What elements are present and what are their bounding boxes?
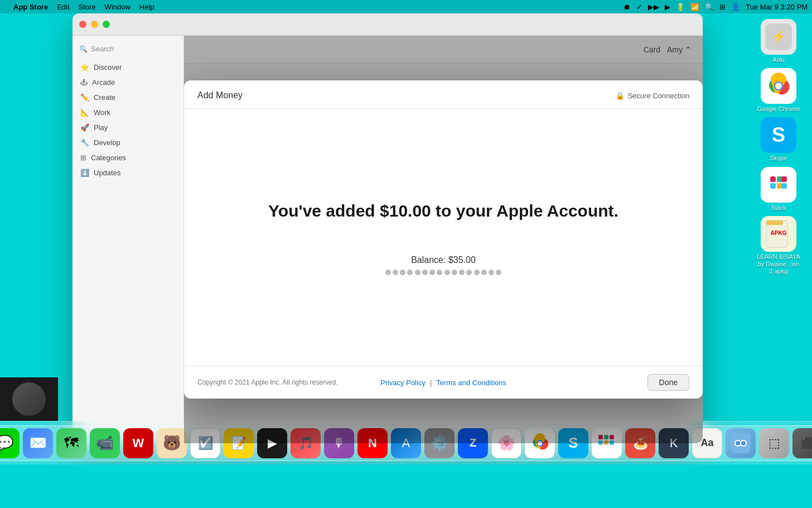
desktop-app-chrome[interactable]: Google Chrome — [757, 68, 800, 113]
svg-rect-5 — [770, 176, 776, 182]
sidebar-item-discover[interactable]: ⭐ Discover — [72, 60, 183, 75]
slack-icon — [761, 167, 796, 203]
dock-item-finder[interactable] — [726, 428, 756, 458]
dock-item-launchpad[interactable]: ⬚ — [759, 428, 789, 458]
window-maximize-button[interactable] — [103, 21, 110, 28]
modal-overlay: Add Money 🔒 Secure Connection You've add… — [184, 36, 703, 443]
create-icon: ✏️ — [80, 93, 89, 102]
balance-dots — [385, 270, 501, 275]
sidebar-create-label: Create — [94, 93, 115, 102]
svg-rect-6 — [770, 183, 776, 189]
sidebar-play-label: Play — [94, 123, 108, 132]
svg-point-27 — [736, 441, 740, 445]
dot — [459, 270, 465, 275]
sidebar-search[interactable]: 🔍 Search — [72, 41, 183, 56]
menubar-appstore[interactable]: App Store — [13, 3, 48, 11]
dock-item-facetime[interactable]: 📹 — [90, 428, 120, 458]
sidebar-arcade-label: Arcade — [92, 78, 115, 87]
dock-item-messages[interactable]: 💬 — [0, 428, 20, 458]
dot — [474, 270, 480, 275]
sidebar-item-work[interactable]: 📐 Work — [72, 105, 183, 120]
desktop: ⚡ Anki Google Chrome S — [0, 13, 812, 464]
dock-item-wps[interactable]: W — [123, 428, 153, 458]
develop-icon: 🔧 — [80, 138, 89, 147]
window-titlebar — [72, 13, 703, 36]
user-menubar-icon[interactable]: 👤 — [731, 3, 740, 11]
svg-rect-10 — [781, 183, 787, 189]
modal-footer: Copyright © 2021 Apple Inc. All rights r… — [184, 366, 703, 399]
menubar-store[interactable]: Store — [79, 3, 96, 11]
discover-icon: ⭐ — [80, 63, 89, 71]
svg-point-4 — [775, 83, 782, 89]
dot — [481, 270, 487, 275]
menubar-edit[interactable]: Edit — [57, 3, 69, 11]
apkg-icon: APKG — [761, 216, 796, 252]
skype-icon: S — [761, 117, 796, 153]
dot-group-4 — [474, 270, 501, 275]
dock-item-mail[interactable]: ✉️ — [23, 428, 53, 458]
main-area: Card Amy ⌃ — [184, 36, 703, 443]
dock-item-maps[interactable]: 🗺 — [56, 428, 86, 458]
sidebar-item-arcade[interactable]: 🕹 Arcade — [72, 75, 183, 90]
apkg-label: LEARN BISAYA by Dwaine...ion 1.apkg — [753, 253, 804, 276]
sidebar-item-play[interactable]: 🚀 Play — [72, 120, 183, 135]
search-label: Search — [91, 45, 114, 53]
sidebar-item-develop[interactable]: 🔧 Develop — [72, 135, 183, 150]
dot — [437, 270, 442, 275]
desktop-app-slack[interactable]: Slack — [761, 167, 796, 212]
slack-label: Slack — [771, 204, 786, 212]
balance-section: Balance: $35.00 — [385, 255, 501, 275]
footer-copyright: Copyright © 2021 Apple Inc. All rights r… — [197, 378, 338, 386]
sidebar-discover-label: Discover — [94, 63, 122, 71]
dot-group-2 — [415, 270, 442, 275]
dock-item-bear[interactable]: 🐻 — [157, 428, 187, 458]
desktop-file-apkg[interactable]: APKG LEARN BISAYA by Dwaine...ion 1.apkg — [753, 216, 804, 276]
modal-body: You've added $10.00 to your Apple Accoun… — [184, 109, 703, 366]
terms-conditions-link[interactable]: Terms and Conditions — [436, 378, 506, 387]
sidebar-item-create[interactable]: ✏️ Create — [72, 90, 183, 105]
app-store-window: 🔍 Search ⭐ Discover 🕹 Arcade ✏️ Create 📐 — [72, 13, 703, 443]
sidebar-categories-label: Categories — [91, 154, 126, 162]
done-button[interactable]: Done — [647, 374, 689, 391]
categories-icon: ⊞ — [80, 154, 86, 162]
dot — [452, 270, 457, 275]
footer-links: Privacy Policy | Terms and Conditions — [380, 378, 506, 387]
window-content: 🔍 Search ⭐ Discover 🕹 Arcade ✏️ Create 📐 — [72, 36, 703, 443]
dock-item-mission-control[interactable]: ⬛ — [792, 428, 812, 458]
dot — [393, 270, 398, 275]
window-close-button[interactable] — [79, 21, 86, 28]
privacy-policy-link[interactable]: Privacy Policy — [380, 378, 426, 387]
menubar-right: ⏺ ✓ ▶▶ ▶ 🔋 📶 🔍 ⊞ 👤 Tue Mar 9 3:20 PM — [624, 3, 808, 11]
secure-label: Secure Connection — [627, 92, 689, 100]
desktop-app-skype[interactable]: S Skype — [761, 117, 796, 162]
sidebar-work-label: Work — [94, 108, 110, 117]
controlcenter-menubar-icon[interactable]: ⊞ — [719, 3, 726, 11]
modal-title: Add Money — [197, 90, 243, 100]
menubar-time: Tue Mar 9 3:20 PM — [746, 3, 808, 11]
add-money-modal: Add Money 🔒 Secure Connection You've add… — [184, 80, 703, 399]
dot — [385, 270, 391, 275]
dot-group-3 — [444, 270, 472, 275]
menubar-window[interactable]: Window — [105, 3, 130, 11]
webcam-preview — [0, 377, 58, 421]
desktop-apps: ⚡ Anki Google Chrome S — [745, 13, 812, 464]
svg-point-28 — [741, 441, 746, 445]
dot — [415, 270, 420, 275]
swift-menubar-icon: ▶▶ — [648, 3, 659, 11]
desktop-app-anki[interactable]: ⚡ Anki — [761, 19, 796, 64]
menubar: App Store Edit Store Window Help ⏺ ✓ ▶▶ … — [0, 0, 812, 13]
sidebar-updates-label: Updates — [94, 169, 120, 177]
menubar-help[interactable]: Help — [139, 3, 154, 11]
dot — [429, 270, 435, 275]
sidebar-item-updates[interactable]: ⬇️ Updates — [72, 165, 183, 180]
window-minimize-button[interactable] — [91, 21, 98, 28]
battery-menubar-icon: 🔋 — [676, 3, 685, 11]
search-menubar-icon[interactable]: 🔍 — [705, 3, 714, 11]
sidebar-develop-label: Develop — [94, 138, 120, 147]
sidebar-item-categories[interactable]: ⊞ Categories — [72, 150, 183, 165]
svg-text:⚡: ⚡ — [772, 30, 786, 43]
search-icon: 🔍 — [79, 45, 88, 53]
success-message: You've added $10.00 to your Apple Accoun… — [268, 200, 618, 222]
dot — [407, 270, 413, 275]
sidebar: 🔍 Search ⭐ Discover 🕹 Arcade ✏️ Create 📐 — [72, 36, 184, 443]
